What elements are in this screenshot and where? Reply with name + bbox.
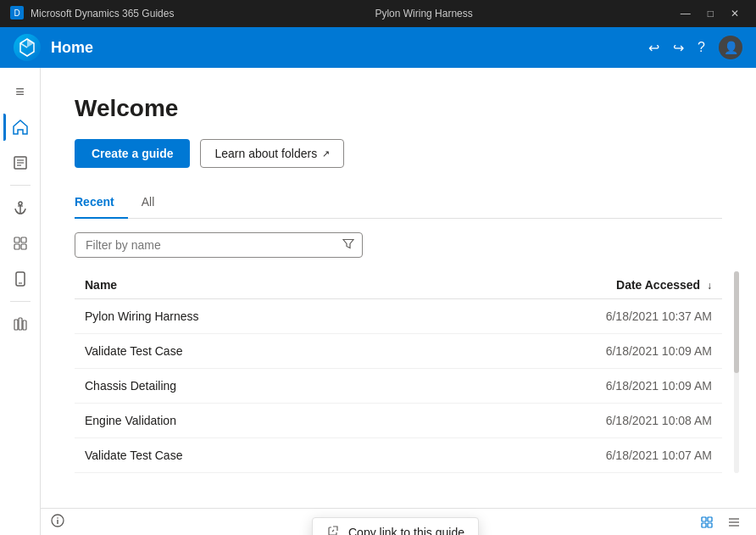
table-row[interactable]: Pylon Wiring Harness 6/18/2021 10:37 AM — [75, 299, 722, 334]
close-button[interactable]: ✕ — [724, 8, 746, 20]
context-menu-copy-link[interactable]: Copy link to this guide — [313, 518, 478, 535]
row-name: Validate Test Case — [75, 438, 409, 473]
row-date: 6/18/2021 10:09 AM — [409, 369, 723, 404]
svg-point-6 — [19, 202, 22, 205]
button-row: Create a guide Learn about folders ↗ — [75, 139, 722, 168]
svg-rect-17 — [23, 320, 26, 330]
svg-rect-28 — [702, 523, 706, 527]
nav-bar-right: ↩ ↪ ? 👤 — [648, 36, 742, 59]
table-row[interactable]: Engine Validation 6/18/2021 10:08 AM — [75, 404, 722, 438]
app-name: Microsoft Dynamics 365 Guides — [31, 8, 174, 20]
svg-text:D: D — [14, 8, 19, 18]
main-layout: ≡ — [0, 68, 756, 535]
sidebar-divider-2 — [10, 301, 31, 302]
copy-link-icon — [326, 525, 340, 535]
svg-rect-26 — [702, 517, 706, 521]
external-link-icon: ↗ — [322, 148, 330, 159]
app-logo — [14, 34, 41, 61]
svg-rect-15 — [14, 320, 18, 330]
filter-bar — [75, 232, 722, 258]
sort-icon: ↓ — [707, 280, 712, 292]
copy-link-label: Copy link to this guide — [348, 526, 464, 536]
svg-rect-12 — [21, 244, 26, 249]
sidebar-item-guide[interactable] — [3, 146, 37, 180]
content-area: Welcome Create a guide Learn about folde… — [41, 68, 756, 535]
table-header-row: Name Date Accessed ↓ — [75, 271, 722, 299]
row-date: 6/18/2021 10:37 AM — [409, 299, 723, 334]
app-icon: D — [10, 6, 24, 22]
tab-recent[interactable]: Recent — [75, 188, 128, 219]
help-icon[interactable]: ? — [698, 40, 705, 55]
maximize-button[interactable]: □ — [701, 8, 720, 20]
sidebar-item-device[interactable] — [3, 262, 37, 296]
table-row[interactable]: Chassis Detailing 6/18/2021 10:09 AM — [75, 369, 722, 404]
title-bar-left: D Microsoft Dynamics 365 Guides — [10, 6, 174, 22]
window-title: Pylon Wiring Harness — [375, 8, 472, 20]
scrollbar-track[interactable] — [734, 271, 739, 473]
row-date: 6/18/2021 10:08 AM — [409, 404, 723, 438]
sidebar-divider-1 — [10, 185, 31, 186]
guides-table: Name Date Accessed ↓ Pylon Wiring Harnes… — [75, 271, 722, 473]
svg-point-25 — [57, 517, 58, 519]
filter-input[interactable] — [75, 232, 363, 258]
sidebar-item-library[interactable] — [3, 307, 37, 341]
column-header-date[interactable]: Date Accessed ↓ — [409, 271, 723, 299]
list-view-button[interactable] — [722, 510, 746, 534]
svg-rect-9 — [14, 237, 19, 242]
grid-view-button[interactable] — [695, 510, 719, 534]
context-menu: Copy link to this guide Deactivate — [312, 517, 479, 535]
table-row[interactable]: Validate Test Case 6/18/2021 10:07 AM — [75, 438, 722, 473]
learn-folders-button[interactable]: Learn about folders ↗ — [200, 139, 344, 168]
title-bar: D Microsoft Dynamics 365 Guides Pylon Wi… — [0, 0, 756, 27]
svg-rect-11 — [14, 244, 19, 249]
filter-icon[interactable] — [342, 238, 354, 253]
svg-rect-27 — [708, 517, 712, 521]
svg-rect-10 — [21, 237, 26, 242]
row-name: Pylon Wiring Harness — [75, 299, 409, 334]
sidebar: ≡ — [0, 68, 41, 535]
profile-icon[interactable]: 👤 — [719, 36, 742, 59]
undo-icon[interactable]: ↩ — [648, 40, 659, 56]
filter-input-wrap — [75, 232, 363, 258]
sidebar-item-apps[interactable] — [3, 226, 37, 260]
nav-bar-left: Home — [14, 34, 93, 61]
row-name: Validate Test Case — [75, 334, 409, 369]
page-title: Welcome — [75, 95, 722, 122]
tabs: Recent All — [75, 188, 722, 219]
tab-all[interactable]: All — [128, 188, 169, 219]
row-name: Chassis Detailing — [75, 369, 409, 404]
minimize-button[interactable]: — — [674, 8, 698, 20]
sidebar-item-home[interactable] — [3, 110, 37, 144]
column-header-name: Name — [75, 271, 409, 299]
row-date: 6/18/2021 10:07 AM — [409, 438, 723, 473]
scrollbar-thumb[interactable] — [734, 271, 739, 373]
info-icon[interactable] — [51, 514, 64, 530]
redo-icon[interactable]: ↪ — [673, 40, 684, 56]
create-guide-button[interactable]: Create a guide — [75, 139, 190, 168]
svg-rect-16 — [19, 318, 22, 330]
nav-bar-title: Home — [51, 39, 93, 57]
row-date: 6/18/2021 10:09 AM — [409, 334, 723, 369]
title-bar-controls[interactable]: — □ ✕ — [674, 8, 746, 20]
svg-rect-29 — [708, 523, 712, 527]
svg-rect-13 — [16, 272, 25, 286]
row-name: Engine Validation — [75, 404, 409, 438]
sidebar-item-hamburger[interactable]: ≡ — [3, 75, 37, 109]
table-row[interactable]: Validate Test Case 6/18/2021 10:09 AM — [75, 334, 722, 369]
table-wrap: Name Date Accessed ↓ Pylon Wiring Harnes… — [75, 271, 722, 473]
sidebar-item-anchor[interactable] — [3, 191, 37, 225]
nav-bar: Home ↩ ↪ ? 👤 — [0, 27, 756, 68]
view-icons — [695, 510, 746, 534]
